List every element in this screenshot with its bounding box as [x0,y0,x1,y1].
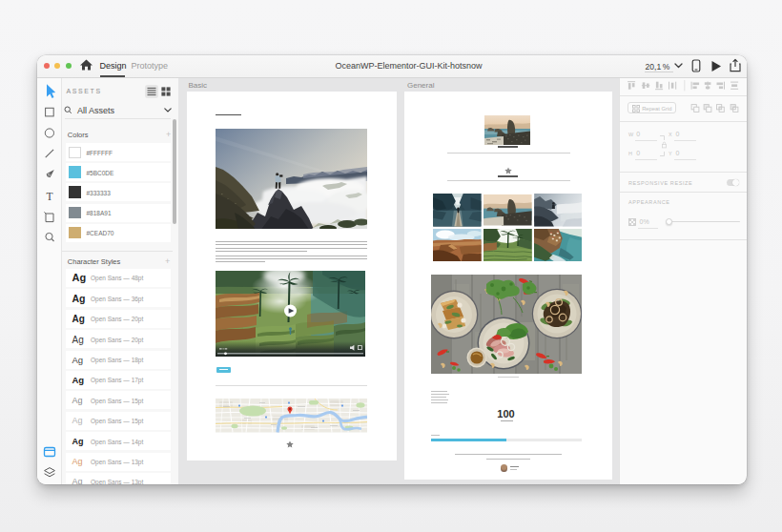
svg-text:T: T [46,191,52,202]
